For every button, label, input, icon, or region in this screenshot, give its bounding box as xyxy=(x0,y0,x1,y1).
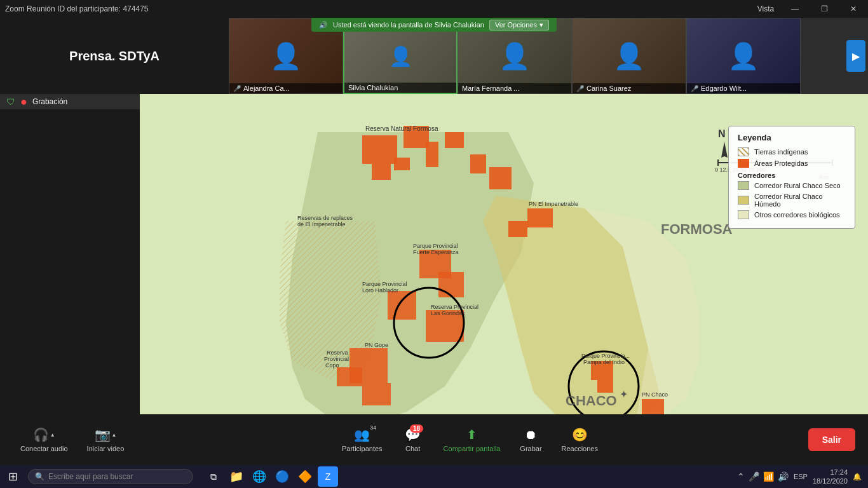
legend-swatch-areas xyxy=(738,159,749,168)
participants-button[interactable]: 👥 34 Participantes xyxy=(334,423,390,456)
participant-thumb-edgardo[interactable]: 👤 🎤 Edgardo Wilt... xyxy=(686,18,801,94)
reactions-button[interactable]: 😊 Reacciones xyxy=(553,423,605,456)
svg-text:FORMOSA: FORMOSA xyxy=(661,221,733,237)
svg-text:Las Gorindas: Las Gorindas xyxy=(431,310,465,316)
chat-label: Chat xyxy=(405,445,420,452)
prensa-panel: Prensa. SDTyA xyxy=(0,18,229,94)
legend-label-chaco-humedo: Corredor Rural Chaco Húmedo xyxy=(754,193,846,208)
toolbar: 🎧 ▲ Conectar audio 📷 ▲ Iniciar video 👥 3… xyxy=(0,414,868,465)
notification-speaker-icon: 🔊 xyxy=(319,21,328,29)
svg-text:de El Impenetrable: de El Impenetrable xyxy=(297,221,346,227)
participant-name-carina: Carina Suarez xyxy=(587,85,631,92)
svg-text:Fuerte Esperanza: Fuerte Esperanza xyxy=(413,249,459,255)
mic-icon-alejandra: 🎤 xyxy=(233,85,241,92)
clock: 17:24 18/12/2020 xyxy=(813,468,848,485)
svg-rect-10 xyxy=(426,142,438,167)
legend-swatch-otros xyxy=(738,210,749,219)
chrome-icon[interactable]: 🔵 xyxy=(272,466,292,487)
svg-rect-9 xyxy=(394,158,410,170)
svg-text:Reservas de replaces: Reservas de replaces xyxy=(297,215,353,221)
start-button[interactable]: ⊞ xyxy=(0,465,25,488)
taskbar-right: ⌃ 🎤 📶 🔊 ESP 17:24 18/12/2020 🔔 xyxy=(731,468,868,485)
ver-opciones-button[interactable]: Ver Opciones ▾ xyxy=(489,20,549,30)
video-icon: 📷 xyxy=(95,427,111,442)
participant-nametag-carina: 🎤 Carina Suarez xyxy=(573,83,686,93)
legend-item-tierras: Tierras indígenas xyxy=(738,147,846,156)
toolbar-center: 👥 34 Participantes 💬 18 Chat ⬆ Compartir… xyxy=(334,423,606,456)
svg-text:Provincial: Provincial xyxy=(324,356,349,362)
file-explorer-icon[interactable]: 📁 xyxy=(226,466,247,487)
participants-label: Participantes xyxy=(342,445,383,452)
participants-nav-arrow[interactable]: ▶ xyxy=(846,40,865,72)
volume-icon: 🔊 xyxy=(778,471,789,482)
svg-text:Parque Provincia...: Parque Provincia... xyxy=(581,353,630,359)
legend-box: Leyenda Tierras indígenas Áreas Protegid… xyxy=(728,126,855,229)
svg-text:Loro Hablador: Loro Hablador xyxy=(362,287,398,294)
close-button[interactable]: ✕ xyxy=(839,0,868,18)
record-icon: ⏺ xyxy=(524,428,537,442)
toolbar-right: Salir xyxy=(808,428,855,451)
audio-icon: 🎧 xyxy=(33,427,49,442)
taskbar-icons: ⧉ 📁 🌐 🔵 🔶 Z xyxy=(203,466,338,487)
network-icon: 📶 xyxy=(763,471,774,482)
participant-nametag-edgardo: 🎤 Edgardo Wilt... xyxy=(687,83,800,93)
svg-text:N: N xyxy=(718,128,726,139)
svg-text:Reserva Provincial: Reserva Provincial xyxy=(431,304,478,310)
svg-text:PN Chaco: PN Chaco xyxy=(642,391,668,398)
svg-text:Parque Provincial: Parque Provincial xyxy=(362,281,407,287)
share-screen-button[interactable]: ⬆ Compartir pantalla xyxy=(436,423,508,456)
legend-item-areas: Áreas Protegidas xyxy=(738,159,846,168)
mic-sys-icon: 🎤 xyxy=(749,471,759,482)
svg-rect-12 xyxy=(470,154,486,173)
participant-name-silvia: Silvia Chalukian xyxy=(348,84,398,92)
taskbar-search[interactable]: 🔍 Escribe aquí para buscar xyxy=(28,469,193,484)
legend-item-otros: Otros corredores biológicos xyxy=(738,210,846,219)
start-video-button[interactable]: 📷 ▲ Iniciar video xyxy=(79,423,132,456)
participant-name-alejandra: Alejandra Ca... xyxy=(243,85,290,92)
svg-rect-21 xyxy=(362,383,391,405)
vlc-icon[interactable]: 🔶 xyxy=(295,466,315,487)
notification-text: Usted está viendo la pantalla de Silvia … xyxy=(333,21,484,29)
svg-text:Copo: Copo xyxy=(325,362,339,369)
mic-icon-edgardo: 🎤 xyxy=(691,85,698,92)
record-button[interactable]: ⏺ Grabar xyxy=(512,424,550,456)
legend-label-chaco-seco: Corredor Rural Chaco Seco xyxy=(754,182,841,189)
chat-button[interactable]: 💬 18 Chat xyxy=(394,423,432,456)
participant-thumb-carina[interactable]: 👤 🎤 Carina Suarez xyxy=(572,18,686,94)
participant-face-carina: 👤 xyxy=(573,18,686,93)
svg-rect-11 xyxy=(445,132,464,148)
record-label: Grabar xyxy=(520,445,541,452)
svg-text:CHACO: CHACO xyxy=(566,393,617,409)
participants-icon: 👥 xyxy=(354,428,370,442)
window-controls: Vista — ❐ ✕ xyxy=(751,0,868,18)
video-label: Iniciar video xyxy=(87,445,125,452)
search-icon: 🔍 xyxy=(35,472,44,481)
chevron-up-icon[interactable]: ⌃ xyxy=(737,471,745,482)
chevron-down-icon: ▾ xyxy=(539,21,543,29)
maximize-button[interactable]: ❐ xyxy=(810,0,839,18)
participant-face-edgardo: 👤 xyxy=(687,18,800,93)
task-view-button[interactable]: ⧉ xyxy=(203,466,224,487)
search-placeholder: Escribe aquí para buscar xyxy=(48,472,133,481)
taskbar: ⊞ 🔍 Escribe aquí para buscar ⧉ 📁 🌐 🔵 🔶 Z… xyxy=(0,465,868,488)
svg-text:✦: ✦ xyxy=(620,389,628,400)
minimize-button[interactable]: — xyxy=(780,0,810,18)
map-content: FORMOSA CHACO Reserva Natural Formosa Re… xyxy=(140,94,868,437)
recording-bar: 🛡 ● Grabación xyxy=(0,94,140,109)
legend-item-chaco-seco: Corredor Rural Chaco Seco xyxy=(738,181,846,190)
svg-rect-18 xyxy=(388,291,416,320)
mic-icon-carina: 🎤 xyxy=(576,85,584,92)
edge-icon[interactable]: 🌐 xyxy=(249,466,269,487)
title-bar: Zoom Reunión ID del participante: 474475… xyxy=(0,0,868,18)
notification-bar: 🔊 Usted está viendo la pantalla de Silvi… xyxy=(311,18,557,32)
share-icon: ⬆ xyxy=(466,427,477,442)
language-indicator: ESP xyxy=(794,473,808,480)
notification-bell-icon[interactable]: 🔔 xyxy=(853,473,862,481)
svg-rect-15 xyxy=(508,221,527,237)
salir-button[interactable]: Salir xyxy=(808,428,855,451)
zoom-icon[interactable]: Z xyxy=(318,466,338,487)
svg-text:Reserva: Reserva xyxy=(327,349,348,356)
participants-icon-wrapper: 👥 34 xyxy=(354,427,370,442)
reactions-icon: 😊 xyxy=(572,427,588,442)
connect-audio-button[interactable]: 🎧 ▲ Conectar audio xyxy=(13,423,76,456)
